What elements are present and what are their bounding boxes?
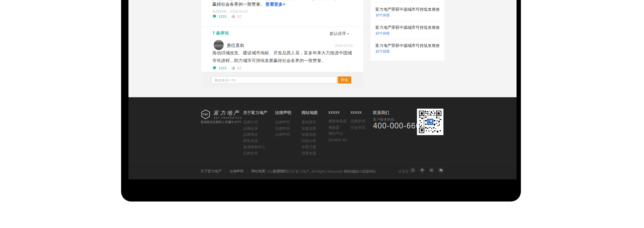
comment-submit-button[interactable]: 评论 bbox=[338, 76, 351, 83]
comment-bubble-icon[interactable] bbox=[212, 66, 217, 70]
site-builder-text: 网站建设：互诺科技 bbox=[344, 169, 376, 174]
article-text: 赢得社会各界的一致赞誉。 bbox=[212, 2, 265, 7]
article-comments-card: 推动旧城改造、建设城市地标、开发品质人居，富力多年来大力推进中国城市化进程，助力… bbox=[201, 0, 363, 88]
hotline-phone-number: 400-000-666 bbox=[373, 121, 420, 130]
footer-column-legal: 法律声明 法律声明 法律声明 法律声明 bbox=[275, 110, 291, 138]
footer-link[interactable]: 加盟方案 bbox=[302, 144, 318, 150]
comments-count-heading: 7 条评论 bbox=[212, 30, 229, 36]
footer-link[interactable]: 行业资讯 bbox=[351, 124, 365, 131]
related-questions-card: 富力地产荣获中国城市可持续发展推动力... 10个回答 富力地产荣获中国城市可持… bbox=[371, 0, 444, 61]
footer-link[interactable]: QUAKE 4D bbox=[328, 137, 347, 143]
footer-link[interactable]: 回报分析 bbox=[302, 138, 318, 144]
footer-column-x1: xxxxx 播放服务器 播放器 播控平台 QUAKE 4D bbox=[328, 110, 347, 143]
comment-comment-count: 1315 bbox=[218, 66, 226, 70]
rf-hexagon-logo-icon: R&F bbox=[201, 109, 211, 121]
see-more-link[interactable]: 查看更多> bbox=[265, 2, 285, 7]
footer-link[interactable]: 品牌起源 bbox=[243, 125, 267, 132]
answer-time-label: 回答时间： bbox=[212, 9, 230, 13]
answer-time: 回答时间：2018-03-02 bbox=[212, 9, 248, 14]
related-question-title[interactable]: 富力地产荣获中国城市可持续发展推动力... bbox=[375, 43, 440, 49]
svg-text:R&F: R&F bbox=[203, 113, 208, 116]
footer-link[interactable]: 品牌合作 bbox=[243, 150, 267, 157]
facebook-icon[interactable]: f bbox=[410, 168, 415, 173]
related-question-title[interactable]: 富力地产荣获中国城市可持续发展推动力... bbox=[375, 25, 440, 31]
footer-column-x2: xxxxx 品牌新闻 行业资讯 bbox=[351, 110, 365, 130]
footer-column-about: 关于富力地产 品牌介绍 品牌起源 品牌理念 荣誉资质 超感体验中心 品牌合作 bbox=[243, 110, 267, 156]
list-item[interactable]: 富力地产荣获中国城市可持续发展推动力... 10个回答 bbox=[375, 39, 440, 57]
footer-link[interactable]: 荣誉资质 bbox=[243, 138, 267, 144]
related-question-replies[interactable]: 10个回答 bbox=[375, 31, 390, 36]
footer-link[interactable]: 法律声明 bbox=[275, 119, 291, 125]
footer-link[interactable]: 播放器 bbox=[328, 124, 347, 131]
bottom-link-sitemap[interactable]: 网站地图 bbox=[251, 169, 265, 174]
article-comment-count: 1315 bbox=[218, 14, 226, 18]
footer-link[interactable]: 案例展示 bbox=[302, 119, 318, 125]
footer-link[interactable]: 播放服务器 bbox=[328, 118, 347, 124]
divider bbox=[225, 170, 226, 173]
answer-time-value: 2018-03-02 bbox=[230, 9, 248, 13]
comment-input[interactable] bbox=[211, 76, 337, 83]
footer-column-header: 关于富力地产 bbox=[243, 110, 267, 116]
comment-like-count: 52 bbox=[237, 66, 241, 70]
footer-link[interactable]: 法律声明 bbox=[275, 125, 291, 132]
footer-column-header: xxxxx bbox=[351, 110, 365, 115]
footer-logo-en: R&F PROPERTIES bbox=[214, 117, 242, 119]
wechat-icon[interactable] bbox=[438, 168, 443, 173]
comment-stats: 1315 52 bbox=[212, 66, 241, 70]
footer-column-header: 网站地图 bbox=[302, 110, 318, 116]
footer-link[interactable]: 加盟流程 bbox=[302, 131, 318, 138]
footer-link[interactable]: 品牌介绍 bbox=[243, 119, 267, 125]
footer-link[interactable]: 播控平台 bbox=[328, 130, 347, 137]
footer-column-sitemap: 网站地图 案例展示 加盟优势 加盟流程 回报分析 加盟方案 我要加盟 bbox=[302, 110, 318, 156]
related-question-title[interactable]: 富力地产荣获中国城市可持续发展推动力... bbox=[375, 7, 440, 12]
article-stats: 1315 52 bbox=[212, 14, 241, 18]
divider bbox=[375, 2, 440, 2]
footer-link[interactable]: 法律声明 bbox=[275, 131, 291, 138]
list-item[interactable]: 富力地产荣获中国城市可持续发展推动力... 10个回答 bbox=[375, 3, 440, 21]
footer-stock-listing: 香港联合交易所上市编号:2777 bbox=[201, 120, 241, 124]
site-footer: R&F 富力地产 R&F PROPERTIES 香港联合交易所上市编号:2777… bbox=[128, 97, 517, 179]
thumbs-up-icon[interactable] bbox=[231, 14, 235, 18]
divider bbox=[247, 170, 248, 173]
footer-link[interactable]: 超感体验中心 bbox=[243, 144, 267, 150]
footer-bottom-bar: 关于富力地产 法律声明 网站地图 联系我们 Copyright © 2018 富… bbox=[128, 162, 517, 179]
chevron-down-icon: ▾ bbox=[347, 32, 349, 36]
sort-dropdown[interactable]: 默认排序▾ bbox=[330, 31, 349, 37]
twitter-icon[interactable] bbox=[420, 168, 425, 173]
list-item[interactable]: 富力地产荣获中国城市可持续发展推动力... 10个回答 bbox=[375, 21, 440, 39]
webpage: 推动旧城改造、建设城市地标、开发品质人居，富力多年来大力推进中国城市化进程，助力… bbox=[128, 0, 517, 179]
bottom-link-about[interactable]: 关于富力地产 bbox=[201, 169, 222, 174]
avatar[interactable] bbox=[214, 40, 224, 50]
footer-link[interactable]: 我要加盟 bbox=[302, 150, 318, 157]
device-frame: 推动旧城改造、建设城市地标、开发品质人居，富力多年来大力推进中国城市化进程，助力… bbox=[121, 0, 521, 202]
article-like-count: 52 bbox=[237, 14, 241, 18]
article-last-line: 赢得社会各界的一致赞誉。查看更多> bbox=[212, 2, 285, 7]
qr-code bbox=[417, 109, 443, 135]
related-question-replies[interactable]: 10个回答 bbox=[375, 13, 390, 18]
thumbs-up-icon[interactable] bbox=[231, 66, 235, 70]
comment-text: 推动旧城改造、建设城市地标、开发品质人居，富多年来大力推进中国城市化进程，助力城… bbox=[212, 49, 353, 64]
comment-input-strip: 评论 bbox=[201, 72, 363, 88]
related-question-replies[interactable]: 10个回答 bbox=[375, 49, 390, 54]
footer-logo-cn: 富力地产 bbox=[213, 110, 240, 117]
footer-link[interactable]: 加盟优势 bbox=[302, 125, 318, 132]
comment-username: 勇往直前 bbox=[227, 43, 244, 49]
comment-date: 2018-03-02 bbox=[335, 44, 353, 48]
footer-column-header: 法律声明 bbox=[275, 110, 291, 116]
comment-bubble-icon[interactable] bbox=[212, 14, 217, 18]
footer-link[interactable]: 品牌新闻 bbox=[351, 118, 365, 124]
footer-column-header: xxxxx bbox=[328, 110, 347, 115]
bottom-link-legal[interactable]: 法律声明 bbox=[229, 169, 244, 174]
linkedin-icon[interactable]: in bbox=[429, 168, 434, 173]
divider bbox=[201, 26, 363, 27]
footer-link[interactable]: 品牌理念 bbox=[243, 131, 267, 138]
sort-label: 默认排序 bbox=[330, 31, 346, 36]
